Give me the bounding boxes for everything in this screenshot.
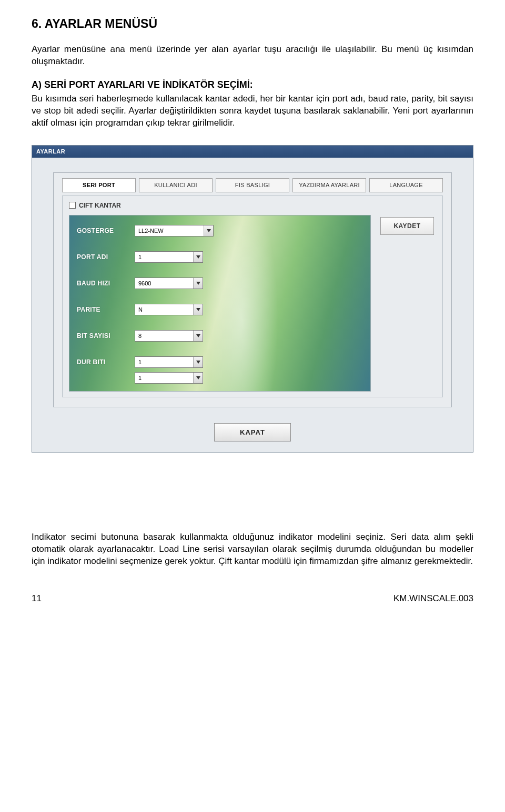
chevron-down-icon [193,373,203,383]
save-column: KAYDET [371,215,434,235]
page-number: 11 [32,593,42,605]
cift-kantar-row: CIFT KANTAR [63,196,442,213]
select-extra[interactable]: 1 [135,372,203,384]
body-paragraph-1: Bu kısımda seri haberleşmede kullanılaca… [32,93,473,129]
row-extra: 1 [77,372,363,384]
window-body: SERI PORT KULLANICI ADI FIS BASLIGI YAZD… [32,158,473,453]
main-panel: SERI PORT KULLANICI ADI FIS BASLIGI YAZD… [53,172,452,407]
select-baud-hizi[interactable]: 9600 [135,277,203,289]
page-footer: 11 KM.WINSCALE.003 [32,593,473,605]
window-title: AYARLAR [36,148,65,155]
value-extra: 1 [135,373,193,383]
fields-column: GOSTERGE LL2-NEW PORT ADI 1 [69,215,371,392]
body-paragraph-2: Indikator secimi butonuna basarak kullan… [32,531,473,568]
row-dur-biti: DUR BITI 1 [77,356,363,368]
select-bit-sayisi[interactable]: 8 [135,330,203,342]
value-parite: N [135,304,193,315]
fields-shell: GOSTERGE LL2-NEW PORT ADI 1 [63,213,442,397]
label-baud-hizi: BAUD HIZI [77,279,135,287]
kapat-button[interactable]: KAPAT [214,423,291,442]
tab-yazdirma-ayarlari[interactable]: YAZDIRMA AYARLARI [292,178,366,192]
cift-kantar-checkbox[interactable] [69,202,76,209]
value-bit-sayisi: 8 [135,331,193,341]
chevron-down-icon [193,357,203,367]
chevron-down-icon [193,252,203,262]
row-baud-hizi: BAUD HIZI 9600 [77,277,363,289]
select-parite[interactable]: N [135,304,203,315]
chevron-down-icon [193,278,203,289]
tabs-row: SERI PORT KULLANICI ADI FIS BASLIGI YAZD… [54,173,451,192]
chevron-down-icon [204,225,213,236]
value-dur-biti: 1 [135,357,193,367]
value-baud-hizi: 9600 [135,278,193,289]
tab-fis-basligi[interactable]: FIS BASLIGI [216,178,289,192]
label-gosterge: GOSTERGE [77,227,135,235]
section-heading: 6. AYARLAR MENÜSÜ [32,16,473,32]
row-gosterge: GOSTERGE LL2-NEW [77,225,363,237]
label-bit-sayisi: BIT SAYISI [77,332,135,340]
close-row: KAPAT [53,407,452,442]
chevron-down-icon [193,304,203,315]
select-port-adi[interactable]: 1 [135,251,203,263]
value-gosterge: LL2-NEW [135,225,204,236]
row-parite: PARITE N [77,304,363,315]
window-title-bar: AYARLAR [32,146,473,158]
intro-paragraph: Ayarlar menüsüne ana menü üzerinde yer a… [32,44,473,68]
chevron-down-icon [193,331,203,341]
tab-language[interactable]: LANGUAGE [369,178,443,192]
label-dur-biti: DUR BITI [77,358,135,366]
tab-content-panel: CIFT KANTAR GOSTERGE LL2-NEW [62,196,443,397]
settings-window: AYARLAR SERI PORT KULLANICI ADI FIS BASL… [32,145,473,453]
tab-kullanici-adi[interactable]: KULLANICI ADI [139,178,213,192]
cift-kantar-label: CIFT KANTAR [79,201,121,210]
row-port-adi: PORT ADI 1 [77,251,363,263]
select-dur-biti[interactable]: 1 [135,356,203,368]
label-parite: PARITE [77,305,135,314]
row-bit-sayisi: BIT SAYISI 8 [77,330,363,342]
doc-code: KM.WINSCALE.003 [393,593,473,605]
subsection-heading: A) SERİ PORT AYARLARI VE İNDİKATÖR SEÇİM… [32,78,473,91]
label-port-adi: PORT ADI [77,253,135,261]
tab-seri-port[interactable]: SERI PORT [62,178,136,192]
embedded-screenshot: AYARLAR SERI PORT KULLANICI ADI FIS BASL… [32,145,473,453]
value-port-adi: 1 [135,252,193,262]
kaydet-button[interactable]: KAYDET [380,217,434,235]
select-gosterge[interactable]: LL2-NEW [135,225,214,237]
